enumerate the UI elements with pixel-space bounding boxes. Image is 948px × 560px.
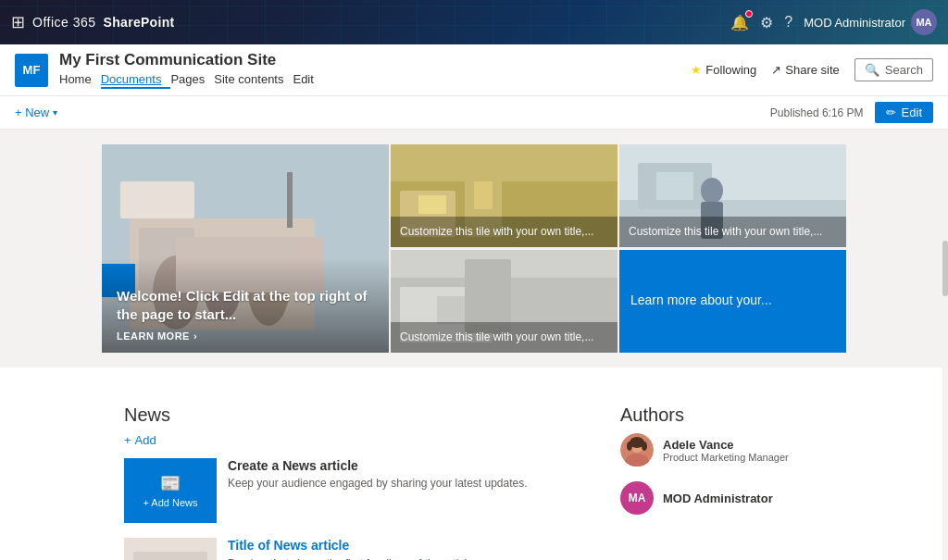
svg-point-52 (627, 442, 632, 451)
follow-button[interactable]: ★ Following (691, 63, 756, 77)
new-button[interactable]: + New ▾ (15, 106, 57, 119)
author-role-1: Product Marketing Manager (663, 452, 789, 463)
site-header-right: ★ Following ↗ Share site 🔍 Search (691, 58, 933, 81)
search-icon: 🔍 (865, 63, 879, 77)
nav-documents[interactable]: Documents (101, 72, 171, 89)
hero-tile-2[interactable]: Customize this tile with your own title,… (619, 144, 846, 247)
plus-icon: + (124, 433, 131, 447)
svg-rect-36 (656, 172, 693, 200)
hero-tile-3[interactable]: Customize this tile with your own title,… (391, 250, 617, 353)
chevron-down-icon: ▾ (53, 107, 57, 118)
edit-label: Edit (902, 106, 922, 119)
hero-tile-1[interactable]: Customize this tile with your own title,… (391, 144, 617, 247)
follow-label: Following (705, 63, 756, 77)
scroll-track (942, 241, 948, 560)
search-label: Search (885, 63, 923, 77)
news-create-title: Create a News article (228, 458, 576, 473)
svg-point-21 (316, 231, 332, 252)
user-pill[interactable]: MOD Administrator MA (804, 9, 937, 35)
news-article-desc: Preview that shows the first few lines o… (228, 556, 576, 560)
tile-1-text: Customize this tile with your own title,… (400, 224, 608, 240)
site-logo: MF (15, 54, 48, 87)
help-icon[interactable]: ? (784, 14, 792, 31)
svg-point-15 (162, 224, 181, 246)
hero-main-image: Welcome! Click Edit at the top right of … (102, 144, 389, 353)
author-name-1: Adele Vance (663, 438, 789, 452)
news-section-title: News (124, 404, 576, 426)
svg-rect-12 (118, 224, 130, 233)
svg-rect-10 (118, 212, 130, 221)
nav-pages[interactable]: Pages (170, 72, 214, 89)
news-create-content: Create a News article Keep your audience… (228, 458, 576, 490)
hero-main-title: Welcome! Click Edit at the top right of … (117, 287, 374, 323)
news-section: News + Add 📰 + Add News Create a News ar… (124, 397, 576, 560)
published-status: Published 6:16 PM (770, 106, 864, 119)
site-nav: Home Documents Pages Site contents Edit (59, 72, 691, 89)
share-label: Share site (785, 63, 840, 77)
author-avatar-2: MA (620, 481, 654, 515)
news-add-card[interactable]: 📰 + Add News (124, 458, 217, 523)
news-article-content: Title of News article Preview that shows… (228, 538, 576, 560)
news-article-thumb (124, 538, 217, 560)
sharepoint-label: SharePoint (104, 15, 175, 30)
notification-badge[interactable]: 🔔 (730, 14, 749, 31)
bottom-section: News + Add 📰 + Add News Create a News ar… (94, 382, 854, 560)
settings-icon[interactable]: ⚙ (760, 14, 773, 31)
svg-rect-13 (278, 144, 281, 172)
author-item-2[interactable]: MA MOD Administrator (620, 481, 824, 515)
svg-point-14 (265, 168, 294, 186)
hero-overlay: Welcome! Click Edit at the top right of … (102, 257, 389, 353)
nav-home[interactable]: Home (59, 72, 101, 89)
authors-section: Authors (620, 397, 824, 560)
svg-rect-8 (118, 200, 130, 209)
action-bar: + New ▾ Published 6:16 PM ✏ Edit (0, 96, 948, 130)
hero-section: Welcome! Click Edit at the top right of … (94, 130, 854, 367)
news-create-item: 📰 + Add News Create a News article Keep … (124, 458, 576, 523)
news-article-title[interactable]: Title of News article (228, 538, 576, 553)
author-name-2: MOD Administrator (663, 492, 773, 505)
author-info-1: Adele Vance Product Marketing Manager (663, 438, 789, 463)
author-info-2: MOD Administrator (663, 492, 773, 505)
hero-tiles-grid: Customize this tile with your own title,… (391, 144, 846, 353)
author-item-1[interactable]: Adele Vance Product Marketing Manager (620, 433, 824, 467)
tile-3-text: Customize this tile with your own title,… (400, 330, 608, 345)
tile-3-overlay: Customize this tile with your own title,… (391, 322, 617, 353)
scroll-thumb[interactable] (942, 241, 948, 296)
svg-point-53 (642, 442, 647, 451)
tile-2-overlay: Customize this tile with your own title,… (619, 217, 846, 247)
user-name: MOD Administrator (804, 16, 905, 30)
site-title: My First Communication Site (59, 51, 691, 69)
site-header: MF My First Communication Site Home Docu… (0, 44, 948, 96)
tile-4-text: Learn more about your... (630, 292, 772, 310)
share-icon: ↗ (771, 63, 781, 77)
tile-1-overlay: Customize this tile with your own title,… (391, 217, 617, 247)
add-news-label: + Add News (143, 497, 197, 508)
news-add-link[interactable]: + Add (124, 433, 576, 447)
svg-rect-45 (133, 552, 207, 560)
svg-rect-32 (474, 181, 493, 209)
news-article-item: Title of News article Preview that shows… (124, 538, 576, 560)
news-card-icon: 📰 (160, 473, 181, 493)
author-avatar-1 (620, 433, 654, 467)
top-bar: ⊞ Office 365 SharePoint 🔔 ⚙ ? MOD Admini… (0, 0, 948, 44)
badge-dot (745, 10, 753, 18)
authors-section-title: Authors (620, 404, 824, 426)
waffle-icon[interactable]: ⊞ (11, 12, 25, 32)
user-avatar: MA (911, 9, 937, 35)
site-info: My First Communication Site Home Documen… (59, 51, 691, 88)
svg-rect-31 (418, 195, 446, 214)
share-button[interactable]: ↗ Share site (771, 63, 840, 77)
arrow-right-icon: › (193, 330, 197, 342)
svg-rect-11 (131, 212, 143, 221)
svg-point-37 (701, 178, 723, 204)
add-label: Add (135, 433, 156, 447)
nav-edit[interactable]: Edit (293, 72, 322, 89)
hero-tile-4[interactable]: Learn more about your... (619, 250, 846, 353)
hero-main-tile[interactable]: Welcome! Click Edit at the top right of … (102, 144, 389, 353)
star-icon: ★ (691, 63, 702, 77)
search-button[interactable]: 🔍 Search (854, 58, 933, 81)
edit-button[interactable]: ✏ Edit (875, 102, 933, 123)
pencil-icon: ✏ (886, 106, 896, 119)
nav-site-contents[interactable]: Site contents (214, 72, 293, 89)
hero-learn-more[interactable]: LEARN MORE › (117, 330, 374, 342)
